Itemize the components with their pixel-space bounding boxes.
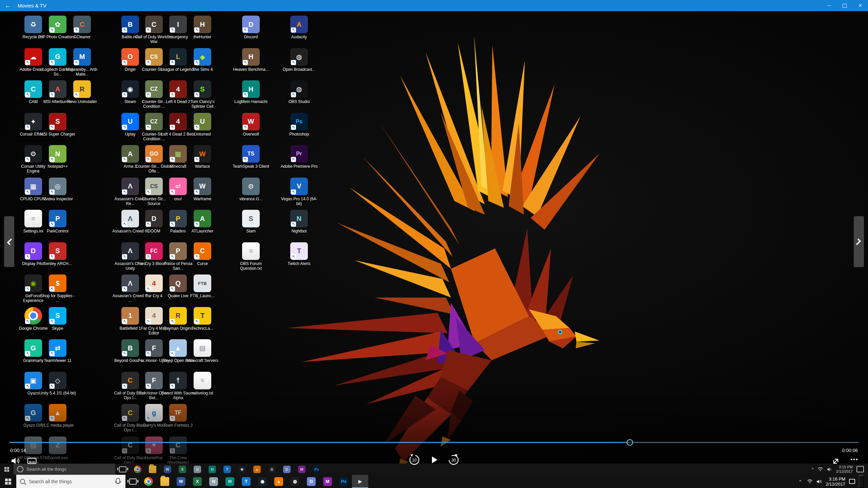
shortcut-arrow-icon: ↖ bbox=[50, 319, 55, 324]
photoshop-icon[interactable]: Ps bbox=[336, 475, 352, 488]
app-tile-icon: ▲↖ bbox=[49, 404, 66, 422]
shortcut-arrow-icon: ↖ bbox=[291, 27, 296, 33]
microphone-icon[interactable] bbox=[116, 478, 120, 484]
fullscreen-icon bbox=[831, 456, 841, 466]
start-button[interactable] bbox=[0, 475, 16, 488]
shortcut-arrow-icon: ↖ bbox=[25, 157, 30, 162]
word-icon[interactable]: W bbox=[173, 475, 189, 488]
shortcut-arrow-icon: ↖ bbox=[194, 60, 199, 65]
shortcut-arrow-icon: ↖ bbox=[243, 125, 248, 130]
app-tile-icon: ⇄↖ bbox=[49, 339, 66, 357]
shortcut-arrow-icon: ↖ bbox=[146, 448, 151, 453]
shortcut-arrow-icon: ↖ bbox=[146, 319, 151, 324]
icon-label: Nightbot bbox=[280, 229, 318, 233]
windows-logo-icon bbox=[5, 479, 11, 485]
icon-label: Skype bbox=[39, 326, 76, 331]
search-icon bbox=[20, 479, 25, 484]
steam-icon[interactable]: ◉ bbox=[254, 475, 271, 488]
icon-label: Curse bbox=[184, 261, 221, 266]
next-button[interactable] bbox=[854, 216, 864, 267]
shortcut-arrow-icon: ↖ bbox=[170, 27, 175, 33]
obs-icon: ◍ bbox=[291, 477, 299, 486]
shortcut-arrow-icon: ↖ bbox=[170, 319, 175, 324]
icon-label: Shop for Supplies - ... bbox=[39, 293, 76, 303]
hamachi-icon[interactable]: H bbox=[222, 475, 238, 488]
icon-label: Team Fortress 2 bbox=[159, 423, 197, 428]
icon-label: FTB_Launc... bbox=[184, 293, 221, 298]
shortcut-arrow-icon: ↖ bbox=[170, 222, 175, 227]
back-button[interactable]: ← bbox=[0, 0, 16, 11]
app-tile-icon: W↖ bbox=[194, 145, 211, 163]
taskbar-clock[interactable]: 3:16 PM 2/12/2017 bbox=[826, 476, 845, 487]
previous-button[interactable] bbox=[4, 216, 14, 267]
wifi-icon bbox=[817, 467, 823, 471]
shortcut-arrow-icon: ↖ bbox=[170, 384, 175, 389]
seek-progress bbox=[9, 442, 629, 443]
show-desktop-button[interactable] bbox=[859, 475, 864, 488]
desktop-icon-obs-forum-question-txt: ≡OBS Forum Question.txt bbox=[232, 242, 270, 271]
taskbar-search-input[interactable] bbox=[28, 479, 113, 485]
vegas-icon[interactable]: M bbox=[319, 475, 336, 488]
close-button[interactable]: × bbox=[852, 0, 868, 11]
chrome-icon[interactable] bbox=[140, 475, 157, 488]
teamviewer-icon: T bbox=[242, 477, 251, 486]
shortcut-arrow-icon: ↖ bbox=[50, 384, 55, 389]
video-player-area[interactable]: ♻Recycle Bin☁↖Adobe Creati...C↖CAM✦↖Cors… bbox=[0, 11, 868, 475]
app-tile-icon: H↖ bbox=[242, 80, 260, 98]
skip-forward-30-button[interactable]: 30 bbox=[447, 453, 460, 467]
discord-icon[interactable]: D bbox=[303, 475, 319, 488]
more-options-button[interactable]: ••• bbox=[850, 456, 859, 463]
tray-expand-icon[interactable]: ^ bbox=[797, 479, 803, 484]
speaker-icon[interactable] bbox=[816, 479, 822, 484]
teamviewer-icon[interactable]: T bbox=[238, 475, 254, 488]
app-tile-icon: TS↖ bbox=[242, 145, 260, 163]
wifi-icon[interactable] bbox=[807, 479, 813, 484]
shortcut-arrow-icon: ↖ bbox=[291, 60, 296, 65]
app-tile-icon: TF↖ bbox=[169, 404, 187, 422]
action-center-icon[interactable] bbox=[849, 479, 855, 484]
minimize-button[interactable] bbox=[821, 0, 837, 11]
app-tile-icon: S↖ bbox=[49, 242, 66, 260]
app-tile-icon: ◍↖ bbox=[290, 48, 308, 66]
app-tile-icon: ◇↖ bbox=[49, 372, 66, 389]
desktop-icon-unity-5-4-1f1-64-bit: ◇↖Unity 5.4.1f1 (64-bit) bbox=[39, 372, 76, 395]
icon-label: The Sims 4 bbox=[184, 67, 221, 72]
shortcut-arrow-icon: ↖ bbox=[170, 254, 175, 259]
minimize-icon bbox=[827, 5, 831, 6]
vlc-icon[interactable]: ▲ bbox=[271, 475, 287, 488]
shortcut-arrow-icon: ↖ bbox=[122, 189, 127, 195]
icon-label: Vegas Pro 14.0 (64-bit) bbox=[280, 197, 318, 206]
seek-knob[interactable] bbox=[627, 439, 633, 446]
movies-tv-icon[interactable]: ▶ bbox=[352, 475, 368, 488]
skip-back-10-button[interactable]: 10 bbox=[408, 453, 421, 467]
maximize-button[interactable] bbox=[837, 0, 852, 11]
shortcut-arrow-icon: ↖ bbox=[122, 125, 127, 130]
taskbar-search-box[interactable] bbox=[16, 475, 125, 488]
excel-icon[interactable]: X bbox=[189, 475, 205, 488]
icon-label: theHunter bbox=[184, 35, 221, 39]
task-view-button[interactable] bbox=[125, 475, 140, 488]
shortcut-arrow-icon: ↖ bbox=[146, 157, 151, 162]
file-explorer-icon[interactable] bbox=[157, 475, 173, 488]
icon-label: nativelog.txt bbox=[184, 391, 221, 395]
desktop-icon-vegas-pro-14-0-64-bit: V↖Vegas Pro 14.0 (64-bit) bbox=[280, 178, 318, 206]
shortcut-arrow-icon: ↖ bbox=[122, 448, 127, 453]
shortcut-arrow-icon: ↖ bbox=[291, 125, 296, 130]
shortcut-arrow-icon: ↖ bbox=[146, 222, 151, 227]
shortcut-arrow-icon: ↖ bbox=[50, 222, 55, 227]
icon-label: TechnicLa... bbox=[184, 326, 221, 331]
obs-icon[interactable]: ◍ bbox=[287, 475, 303, 488]
fullscreen-button[interactable] bbox=[831, 456, 841, 467]
desktop-icon-logmein-hamachi: H↖LogMeIn Hamachi bbox=[232, 80, 270, 104]
desktop-icon-skype: S↖Skype bbox=[39, 307, 76, 331]
desktop-icon-overwolf: W↖Overwolf bbox=[232, 113, 270, 137]
notepad-icon[interactable]: N bbox=[205, 475, 222, 488]
icon-label: Twitch Alerts bbox=[280, 261, 318, 266]
windows-taskbar: WXNHT◉▲◍DMPs▶ ^ 3:16 PM 2/12/2017 bbox=[0, 475, 868, 488]
desktop-icon-revo-uninstaller: R↖Revo Uninstaller bbox=[63, 80, 101, 104]
icon-label: ATLauncher bbox=[184, 229, 221, 233]
seek-bar[interactable] bbox=[9, 439, 859, 446]
app-tile-icon: H↖ bbox=[242, 48, 260, 66]
shortcut-arrow-icon: ↖ bbox=[122, 286, 127, 291]
play-button[interactable] bbox=[429, 455, 439, 466]
